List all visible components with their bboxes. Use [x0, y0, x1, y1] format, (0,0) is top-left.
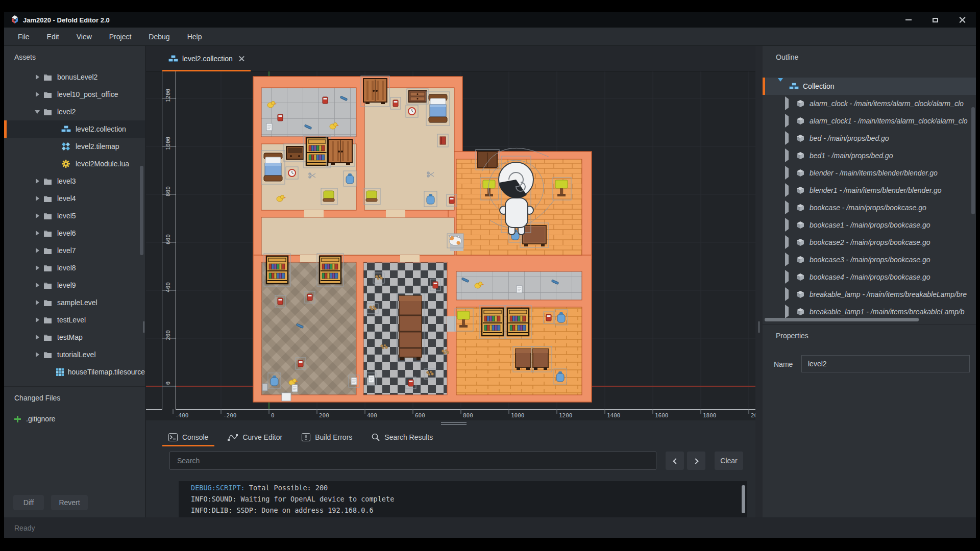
asset-houseTilemap.tilesource[interactable]: houseTilemap.tilesource	[4, 363, 145, 381]
name-field[interactable]	[801, 355, 970, 372]
asset-testMap[interactable]: testMap	[4, 329, 145, 346]
door-object[interactable]	[476, 149, 499, 170]
asset-level8[interactable]: level8	[4, 259, 145, 277]
chevron-right-icon[interactable]	[785, 255, 792, 264]
dresser-object[interactable]	[407, 89, 428, 104]
tab-level2-collection[interactable]: level2.collection	[162, 46, 251, 71]
chevron-right-icon[interactable]	[785, 272, 792, 282]
outline-item-blender[interactable]: blender - /main/items/blender/blender.go	[763, 164, 973, 182]
asset-level2.collection[interactable]: level2.collection	[4, 120, 145, 138]
menu-debug[interactable]: Debug	[140, 28, 178, 46]
console-output[interactable]: DEBUG:SCRIPT: Total Possible: 200INFO:SO…	[179, 481, 747, 517]
chevron-right-icon[interactable]	[785, 186, 792, 195]
asset-level3[interactable]: level3	[4, 172, 145, 190]
bed1-object[interactable]	[426, 92, 450, 126]
asset-level9[interactable]: level9	[4, 277, 145, 294]
level-map[interactable]	[253, 76, 592, 402]
search-input[interactable]	[169, 452, 656, 470]
asset-bonusLevel2[interactable]: bonusLevel2	[4, 68, 145, 86]
chevron-down-icon[interactable]	[778, 82, 783, 91]
outline-item-bookcase[interactable]: bookcase - /main/props/bookcase.go	[763, 199, 973, 216]
chevron-right-icon[interactable]	[33, 300, 42, 305]
asset-level2Module.lua[interactable]: level2Module.lua	[4, 155, 145, 172]
chevron-right-icon[interactable]	[33, 248, 42, 253]
asset-level5[interactable]: level5	[4, 207, 145, 224]
outline-item-bookcase3[interactable]: bookcase3 - /main/props/bookcase.go	[763, 251, 973, 268]
chevron-right-icon[interactable]	[33, 196, 42, 201]
tab-console[interactable]: Console	[162, 428, 214, 446]
clear-button[interactable]: Clear	[715, 452, 743, 470]
chevron-right-icon[interactable]	[785, 116, 792, 126]
outline-horizontal-scrollbar[interactable]	[765, 318, 919, 321]
tab-close-icon[interactable]	[239, 56, 244, 62]
outline-item-bed1[interactable]: bed1 - /main/props/bed.go	[763, 147, 973, 164]
minimize-button[interactable]	[895, 12, 922, 28]
asset-level7[interactable]: level7	[4, 242, 145, 259]
chevron-right-icon[interactable]	[33, 265, 42, 270]
chevron-right-icon[interactable]	[33, 92, 42, 97]
search-next-button[interactable]	[687, 452, 705, 470]
asset-level10_post_office[interactable]: level10_post_office	[4, 86, 145, 103]
chevron-down-icon[interactable]	[33, 110, 42, 114]
chevron-right-icon[interactable]	[33, 335, 42, 340]
scene-view[interactable]: -400-20002004006008001000120014001600180…	[145, 71, 763, 420]
asset-sampleLevel[interactable]: sampleLevel	[4, 294, 145, 311]
search-prev-button[interactable]	[666, 452, 684, 470]
chevron-right-icon[interactable]	[33, 317, 42, 322]
menu-file[interactable]: File	[9, 28, 38, 46]
maximize-button[interactable]	[922, 12, 949, 28]
bookcase2-object[interactable]	[317, 254, 344, 286]
outline-item-bookcase1[interactable]: bookcase1 - /main/props/bookcase.go	[763, 216, 973, 234]
bookcase3-object[interactable]	[479, 306, 506, 338]
left-splitter-handle[interactable]	[143, 321, 144, 333]
chevron-right-icon[interactable]	[33, 74, 42, 80]
bookcase1-object[interactable]	[264, 254, 290, 286]
tv-stand-object[interactable]	[284, 144, 306, 162]
chevron-right-icon[interactable]	[785, 151, 792, 160]
asset-level6[interactable]: level6	[4, 224, 145, 242]
outline-item-alarm_clock[interactable]: alarm_clock - /main/items/alarm_clock/al…	[763, 95, 973, 112]
changed-file-.gitignore[interactable]: .gitignore	[14, 412, 56, 425]
menu-help[interactable]: Help	[179, 28, 211, 46]
chevron-right-icon[interactable]	[785, 203, 792, 212]
menu-project[interactable]: Project	[101, 28, 140, 46]
tab-search-results[interactable]: Search Results	[365, 428, 439, 446]
tab-build-errors[interactable]: Build Errors	[296, 428, 358, 446]
outline-item-breakable_lamp[interactable]: breakable_lamp - /main/items/breakableLa…	[763, 286, 973, 303]
outline-item-blender1[interactable]: blender1 - /main/items/blender/blender.g…	[763, 182, 973, 199]
left-splitter[interactable]	[145, 46, 146, 517]
menu-edit[interactable]: Edit	[38, 28, 68, 46]
bed-object[interactable]	[261, 151, 285, 184]
chevron-right-icon[interactable]	[33, 231, 42, 236]
chevron-right-icon[interactable]	[785, 220, 792, 230]
bookcase4-object[interactable]	[505, 306, 531, 338]
wardrobe-object[interactable]	[361, 76, 389, 107]
assets-scrollbar[interactable]	[140, 166, 143, 255]
chevron-right-icon[interactable]	[785, 168, 792, 178]
outline-item-bookcase4[interactable]: bookcase4 - /main/props/bookcase.go	[763, 268, 973, 286]
long-table-object[interactable]	[397, 293, 424, 362]
chevron-right-icon[interactable]	[33, 352, 42, 357]
wardrobe2-object[interactable]	[326, 137, 355, 166]
chevron-right-icon[interactable]	[33, 213, 42, 218]
asset-level4[interactable]: level4	[4, 190, 145, 207]
chevron-right-icon[interactable]	[785, 290, 792, 299]
outline-item-bed[interactable]: bed - /main/props/bed.go	[763, 130, 973, 147]
console-scrollbar[interactable]	[742, 485, 745, 513]
asset-testLevel[interactable]: testLevel	[4, 311, 145, 329]
asset-level2.tilemap[interactable]: level2.tilemap	[4, 138, 145, 155]
diff-button[interactable]: Diff	[13, 495, 44, 510]
tab-curve-editor[interactable]: Curve Editor	[222, 428, 288, 446]
console-splitter-handle[interactable]	[441, 422, 467, 426]
outline-item-bookcase2[interactable]: bookcase2 - /main/props/bookcase.go	[763, 234, 973, 251]
close-button[interactable]	[949, 12, 976, 28]
right-splitter-handle[interactable]	[758, 321, 760, 333]
asset-tutorialLevel[interactable]: tutorialLevel	[4, 346, 145, 363]
outline-item-collection[interactable]: Collection	[763, 78, 976, 95]
chevron-right-icon[interactable]	[785, 238, 792, 247]
chevron-right-icon[interactable]	[33, 283, 42, 288]
chevron-right-icon[interactable]	[785, 307, 792, 316]
chevron-right-icon[interactable]	[785, 99, 792, 108]
revert-button[interactable]: Revert	[51, 495, 88, 510]
menu-view[interactable]: View	[68, 28, 101, 46]
